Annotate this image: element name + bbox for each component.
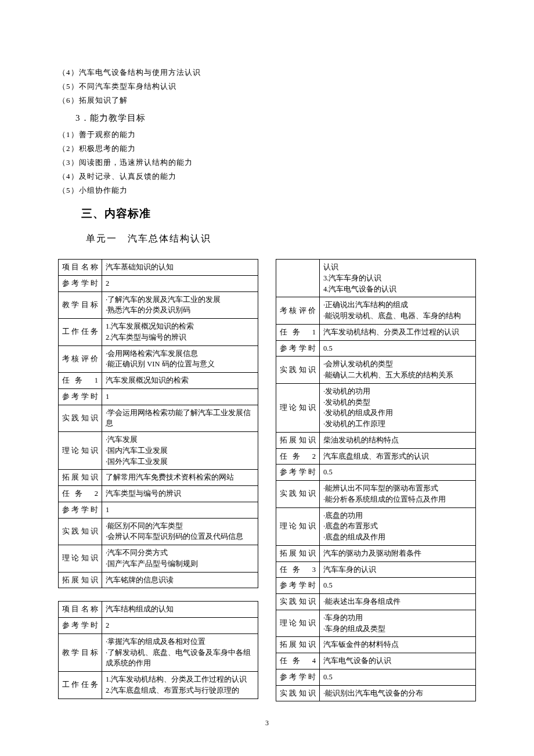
section-heading: 三、内容标准: [81, 206, 476, 221]
table-row: 任务 1汽车发展概况知识的检索: [59, 373, 258, 389]
cell-label: 实践知识: [276, 481, 320, 508]
cell-label: 实践知识: [276, 357, 320, 384]
cell-label: 参考学时: [276, 340, 320, 357]
cell-label: 项目名称: [59, 260, 102, 276]
cell-label: 参考学时: [276, 669, 320, 685]
cell-label: 拓展知识: [276, 432, 320, 448]
ability-item: （1）善于观察的能力: [58, 129, 476, 140]
cell-label: 理论知识: [276, 610, 320, 637]
cell-value: ·汽车发展·国内汽车工业发展·国外汽车工业发展: [102, 432, 258, 470]
cell-value: ·会辨认发动机的类型·能确认二大机构、五大系统的结构关系: [320, 357, 476, 384]
cell-value: 柴油发动机的结构特点: [320, 432, 476, 448]
cell-value: ·掌握汽车的组成及各相对位置·了解发动机、底盘、电气设备及车身中各组成系统的作用: [102, 633, 258, 671]
cell-label: 理论知识: [59, 432, 102, 470]
table-row: 工作任务1.汽车发动机结构、分类及工作过程的认识2.汽车底盘组成、布置形式与行驶…: [59, 672, 258, 699]
cell-value: 汽车类型与编号的辨识: [102, 486, 258, 502]
table-row: 任务 1汽车发动机结构、分类及工作过程的认识: [276, 324, 476, 340]
cell-label: 拓展知识: [59, 470, 102, 486]
cell-label: 任务 3: [276, 561, 320, 578]
table-row: 理论知识·汽车发展·国内汽车工业发展·国外汽车工业发展: [59, 432, 258, 470]
table-row: 参考学时2: [59, 275, 258, 291]
cell-label: 拓展知识: [276, 545, 320, 561]
cell-value: 汽车铭牌的信息识读: [102, 572, 258, 588]
cell-value: ·底盘的功用·底盘的布置形式·底盘的组成及作用: [320, 507, 476, 545]
cell-value: 汽车的驱动力及驱动附着条件: [320, 545, 476, 561]
cell-label: 教学目标: [59, 633, 102, 671]
unit-title: 单元一 汽车总体结构认识: [86, 233, 476, 245]
cell-value: 汽车发动机结构、分类及工作过程的认识: [320, 324, 476, 340]
table-row: 考核评价·会用网络检索汽车发展信息·能正确识别 VIN 码的位置与意义: [59, 345, 258, 373]
cell-value: ·发动机的功用·发动机的类型·发动机的组成及作用·发动机的工作原理: [320, 383, 476, 432]
cell-value: 0.5: [320, 465, 476, 481]
cell-value: ·了解汽车的发展及汽车工业的发展·熟悉汽车的分类及识别码: [102, 291, 258, 319]
ability-item: （2）积极思考的能力: [58, 143, 476, 154]
cell-label: 参考学时: [59, 275, 102, 291]
cell-label: 拓展知识: [276, 637, 320, 653]
table-row: 任务 2汽车底盘组成、布置形式的认识: [276, 448, 476, 465]
table-row: 理论知识·汽车不同分类方式·国产汽车产品型号编制规则: [59, 545, 258, 573]
cell-label: 理论知识: [59, 545, 102, 573]
cell-value: 汽车发展概况知识的检索: [102, 373, 258, 389]
cell-label: 教学目标: [59, 291, 102, 319]
table-row: 拓展知识柴油发动机的结构特点: [276, 432, 476, 448]
table-row: 参考学时0.5: [276, 669, 476, 685]
table-row: 拓展知识了解常用汽车免费技术资料检索的网站: [59, 470, 258, 486]
cell-value: 汽车车身的认识: [320, 561, 476, 578]
table-row: 工作任务1.汽车发展概况知识的检索2.汽车类型与编号的辨识: [59, 319, 258, 346]
table-row: 任务 2汽车类型与编号的辨识: [59, 486, 258, 502]
cell-value: 汽车底盘组成、布置形式的认识: [320, 448, 476, 465]
table-row: 参考学时0.5: [276, 578, 476, 594]
cell-value: 1.汽车发展概况知识的检索2.汽车类型与编号的辨识: [102, 319, 258, 346]
cell-value: 认识3.汽车车身的认识4.汽车电气设备的认识: [320, 260, 476, 297]
cell-label: 实践知识: [59, 518, 102, 545]
table-row: 参考学时0.5: [276, 465, 476, 481]
cell-label: 参考学时: [276, 465, 320, 481]
table-row: 实践知识·能表述出车身各组成件: [276, 594, 476, 610]
cell-value: ·能辨认出不同车型的驱动布置形式·能分析各系统组成的位置特点及作用: [320, 481, 476, 508]
cell-label: 任务 1: [276, 324, 320, 340]
ability-item: （3）阅读图册，迅速辨认结构的能力: [58, 157, 476, 168]
cell-value: 2: [102, 618, 258, 634]
table-row: 实践知识·学会运用网络检索功能了解汽车工业发展信息: [59, 405, 258, 432]
page-number: 3: [58, 719, 476, 728]
intro-item: （4）汽车电气设备结构与使用方法认识: [58, 67, 476, 78]
cell-label: 拓展知识: [59, 572, 102, 588]
cell-label: 任务 2: [59, 486, 102, 502]
cell-value: 汽车基础知识的认知: [102, 260, 258, 276]
two-column-layout: 项目名称汽车基础知识的认知 参考学时2 教学目标·了解汽车的发展及汽车工业的发展…: [58, 259, 476, 701]
table-row: 参考学时1: [59, 502, 258, 518]
cell-value: 汽车钣金件的材料特点: [320, 637, 476, 653]
cell-label: 工作任务: [59, 672, 102, 699]
cell-value: ·能识别出汽车电气设备的分布: [320, 685, 476, 701]
subheading-ability: 3．能力教学目标: [75, 113, 476, 124]
cell-value: ·学会运用网络检索功能了解汽车工业发展信息: [102, 405, 258, 432]
cell-label: 参考学时: [59, 502, 102, 518]
table-row: 参考学时1: [59, 388, 258, 405]
cell-label: [276, 260, 320, 297]
cell-value: ·能区别不同的汽车类型·会辨认不同车型识别码的位置及代码信息: [102, 518, 258, 545]
cell-label: 任务 2: [276, 448, 320, 465]
cell-label: 实践知识: [276, 594, 320, 610]
cell-label: 工作任务: [59, 319, 102, 346]
intro-item: （6）拓展知识了解: [58, 95, 476, 106]
cell-value: 了解常用汽车免费技术资料检索的网站: [102, 470, 258, 486]
table-row: 实践知识·会辨认发动机的类型·能确认二大机构、五大系统的结构关系: [276, 357, 476, 384]
table-row: 理论知识·发动机的功用·发动机的类型·发动机的组成及作用·发动机的工作原理: [276, 383, 476, 432]
cell-label: 参考学时: [276, 578, 320, 594]
cell-label: 考核评价: [276, 297, 320, 325]
table-row: 实践知识·能辨认出不同车型的驱动布置形式·能分析各系统组成的位置特点及作用: [276, 481, 476, 508]
table-row: 认识3.汽车车身的认识4.汽车电气设备的认识: [276, 260, 476, 297]
cell-label: 参考学时: [59, 618, 102, 634]
cell-label: 理论知识: [276, 507, 320, 545]
ability-item: （4）及时记录、认真反馈的能力: [58, 171, 476, 182]
intro-item: （5）不同汽车类型车身结构认识: [58, 81, 476, 92]
cell-value: ·汽车不同分类方式·国产汽车产品型号编制规则: [102, 545, 258, 573]
cell-value: 0.5: [320, 340, 476, 357]
cell-value: ·车身的功用·车身的组成及类型: [320, 610, 476, 637]
table-row: 参考学时0.5: [276, 340, 476, 357]
table-row: 考核评价·正确说出汽车结构的组成·能说明发动机、底盘、电器、车身的结构: [276, 297, 476, 325]
cell-value: 汽车电气设备的认识: [320, 653, 476, 669]
table-row: 拓展知识汽车的驱动力及驱动附着条件: [276, 545, 476, 561]
table-project-2-continued: 认识3.汽车车身的认识4.汽车电气设备的认识 考核评价·正确说出汽车结构的组成·…: [276, 259, 476, 701]
cell-value: ·能表述出车身各组成件: [320, 594, 476, 610]
